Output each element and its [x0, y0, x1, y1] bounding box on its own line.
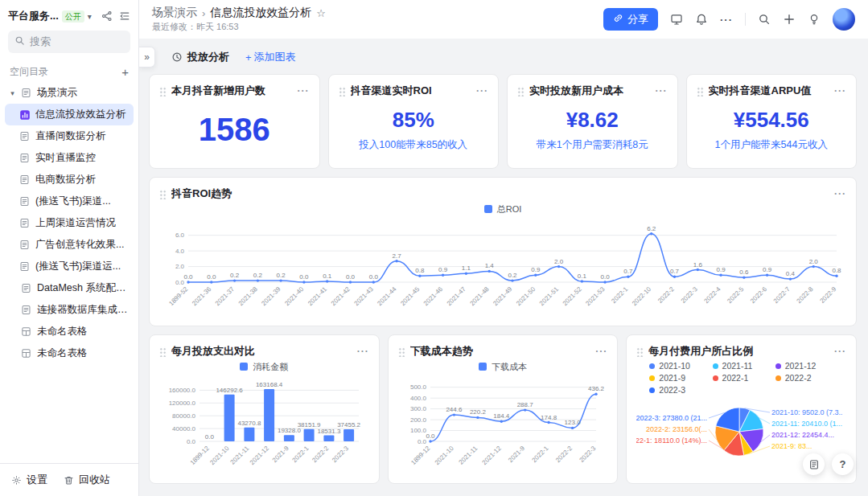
- search-input[interactable]: 搜索: [8, 31, 130, 53]
- svg-text:0.0: 0.0: [369, 273, 379, 281]
- sidebar-collapse-icon[interactable]: [119, 10, 130, 22]
- more-menu-button[interactable]: ···: [298, 85, 310, 96]
- star-icon[interactable]: ☆: [316, 7, 326, 19]
- sidebar-item[interactable]: ▾场景演示: [5, 82, 134, 104]
- bottom-chart-row: 每月投放支出对比 ··· 消耗金额 0.040000.080000.012000…: [149, 334, 857, 484]
- present-icon[interactable]: [670, 13, 683, 26]
- tab-analysis[interactable]: 投放分析: [171, 50, 229, 64]
- doc-icon: [21, 87, 33, 99]
- drag-handle-icon[interactable]: [159, 86, 167, 96]
- sidebar-item[interactable]: 连接器数据库集成版本...: [5, 299, 134, 321]
- stat-subtitle: 带来1个用户需要消耗8元: [537, 138, 648, 152]
- svg-text:0.9: 0.9: [763, 266, 772, 273]
- search-icon[interactable]: [758, 13, 771, 26]
- legend-item[interactable]: 2022-3: [649, 385, 712, 395]
- drag-handle-icon[interactable]: [339, 86, 346, 96]
- sidebar-item[interactable]: 电商数据分析: [5, 169, 134, 191]
- more-menu-button[interactable]: ···: [357, 346, 369, 357]
- drag-handle-icon[interactable]: [697, 86, 704, 96]
- add-chart-button[interactable]: + 添加图表: [245, 50, 296, 64]
- bell-icon[interactable]: [695, 13, 708, 26]
- sidebar-item[interactable]: 未命名表格: [5, 342, 134, 364]
- expand-sidebar-button[interactable]: »: [139, 47, 155, 68]
- drag-handle-icon[interactable]: [159, 346, 167, 357]
- chevron-down-icon[interactable]: ▾: [8, 89, 17, 97]
- table-icon: [21, 326, 33, 338]
- legend-label: 2021-11: [722, 361, 753, 371]
- legend-dot: [713, 363, 718, 369]
- recycle-bin-label: 回收站: [79, 473, 110, 487]
- chart-legend: 总ROI: [159, 202, 846, 216]
- sidebar-item[interactable]: (推送飞书)渠道...: [5, 191, 134, 212]
- sidebar-item[interactable]: 直播间数据分析: [5, 125, 134, 147]
- drag-handle-icon[interactable]: [517, 86, 525, 96]
- sidebar-item[interactable]: 广告创意转化效果...: [5, 234, 134, 256]
- legend-label: 2021-10: [659, 361, 690, 371]
- legend-item[interactable]: 2021-9: [649, 373, 712, 383]
- avatar[interactable]: [833, 8, 855, 31]
- more-menu-button[interactable]: ···: [595, 346, 607, 357]
- sidebar-item[interactable]: 信息流投放效益分析: [5, 104, 134, 125]
- svg-text:123.0: 123.0: [564, 419, 581, 426]
- settings-button[interactable]: 设置: [11, 473, 47, 487]
- sidebar-item[interactable]: DataMesh 系统配置要...: [5, 277, 134, 299]
- breadcrumb-parent[interactable]: 场景演示: [152, 6, 197, 20]
- drag-handle-icon[interactable]: [398, 346, 405, 357]
- sidebar-item[interactable]: 上周渠道运营情况: [5, 212, 134, 234]
- last-modified: 最近修改：昨天 16:53: [152, 21, 326, 33]
- sidebar-item[interactable]: (推送飞书)渠道运...: [5, 256, 134, 277]
- share-nodes-icon[interactable]: [101, 10, 113, 22]
- legend-swatch: [240, 363, 248, 371]
- section-title: 空间目录: [10, 65, 48, 79]
- spend-bar-chart: 0.040000.080000.0120000.0160000.00.01462…: [159, 374, 365, 477]
- svg-text:2022-9: 2022-9: [818, 285, 837, 305]
- doc-icon: [19, 174, 31, 186]
- stat-value: ¥554.56: [734, 108, 809, 133]
- add-node-button[interactable]: +: [121, 68, 129, 77]
- stat-subtitle: 1个用户能带来544元收入: [715, 138, 828, 152]
- svg-text:2021-53: 2021-53: [584, 285, 607, 308]
- svg-text:0.0: 0.0: [207, 273, 216, 281]
- more-menu-button[interactable]: ···: [834, 188, 846, 199]
- legend-item[interactable]: 2021-11: [713, 361, 775, 371]
- sidebar-item[interactable]: 实时直播监控: [5, 147, 134, 169]
- svg-text:0.0: 0.0: [299, 273, 309, 281]
- sidebar-item-label: (推送飞书)渠道运...: [35, 260, 121, 273]
- bulb-icon[interactable]: [808, 13, 821, 26]
- more-menu-button[interactable]: ···: [834, 85, 846, 96]
- help-button[interactable]: ?: [832, 453, 854, 475]
- plus-icon[interactable]: [783, 13, 796, 26]
- drag-handle-icon[interactable]: [159, 189, 167, 199]
- legend-item[interactable]: 2021-10: [649, 361, 712, 371]
- more-menu-button[interactable]: ···: [720, 14, 733, 26]
- svg-text:2022-1: 2022-1: [291, 445, 311, 464]
- feedback-button[interactable]: [803, 453, 825, 475]
- legend-dot: [649, 375, 655, 381]
- svg-text:200.0: 200.0: [410, 416, 427, 424]
- legend-label: 总ROI: [497, 203, 522, 215]
- more-menu-button[interactable]: ···: [834, 346, 846, 357]
- settings-label: 设置: [27, 473, 47, 487]
- more-menu-button[interactable]: ···: [476, 85, 488, 96]
- stat-subtitle: 投入100能带来85的收入: [359, 138, 467, 152]
- svg-text:1.4: 1.4: [485, 262, 495, 269]
- legend-item[interactable]: 2022-2: [775, 373, 838, 383]
- legend-item[interactable]: 2022-1: [713, 373, 775, 383]
- svg-text:2021-12: 22454.4...: 2021-12: 22454.4...: [771, 431, 834, 439]
- share-button[interactable]: 分享: [603, 8, 658, 31]
- dashboard-content: » 投放分析 + 添加图表 本月抖音新增用户数···1586抖音渠道实时ROI·…: [139, 39, 868, 496]
- workspace-header: 平台服务... 公开 ▾: [0, 0, 138, 29]
- pie-legend: 2021-102021-112021-122021-92022-12022-22…: [636, 359, 846, 396]
- workspace-title[interactable]: 平台服务...: [8, 9, 59, 23]
- chevron-down-icon[interactable]: ▾: [88, 12, 92, 21]
- drag-handle-icon[interactable]: [636, 346, 644, 357]
- svg-text:6.2: 6.2: [647, 225, 656, 232]
- cost-line-chart: 0.0100.0200.0300.0400.0500.00.0244.6220.…: [398, 374, 604, 477]
- sidebar-item-label: 未命名表格: [37, 325, 88, 338]
- sidebar-item[interactable]: 未命名表格: [5, 321, 134, 342]
- legend-item[interactable]: 2021-12: [775, 361, 838, 371]
- more-menu-button[interactable]: ···: [656, 85, 668, 96]
- svg-text:2022-2: 2022-2: [554, 445, 574, 464]
- svg-text:2022-3: 27380.0 (21...: 2022-3: 27380.0 (21...: [636, 414, 707, 422]
- recycle-bin-button[interactable]: 回收站: [64, 473, 110, 487]
